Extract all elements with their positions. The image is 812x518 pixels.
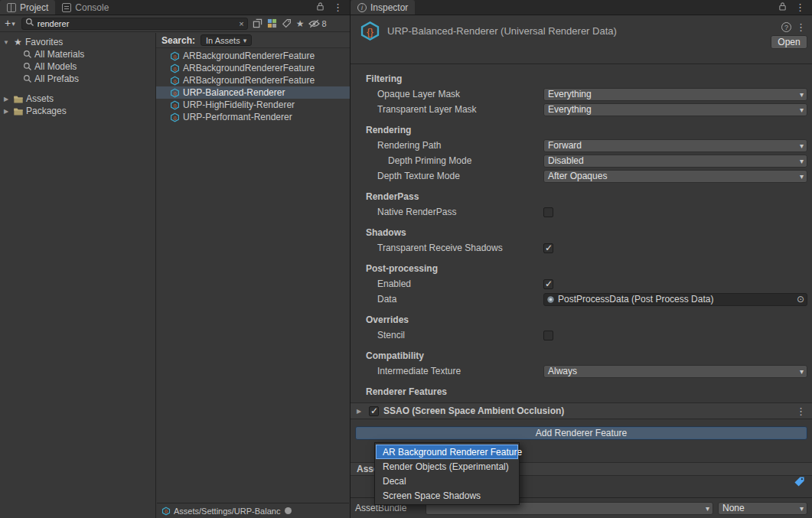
window-menu-icon[interactable]: [795, 2, 805, 12]
create-asset-button[interactable]: [3, 18, 17, 29]
tree-item-all-models[interactable]: All Models: [0, 60, 155, 73]
tree-item-all-prefabs[interactable]: All Prefabs: [0, 73, 155, 85]
foldout-open-icon[interactable]: [2, 39, 11, 46]
depth-texture-mode-dropdown[interactable]: After Opaques: [543, 170, 807, 183]
result-item-label: URP-HighFidelity-Renderer: [183, 99, 295, 110]
search-results-panel: Search: In Assets {} ARBackgroundRendere…: [156, 33, 350, 518]
assetbundle-variant-dropdown[interactable]: None: [718, 502, 807, 515]
lock-icon[interactable]: [316, 2, 324, 13]
help-icon[interactable]: [781, 22, 791, 32]
result-item[interactable]: {} ARBackgroundRendererFeature: [156, 74, 350, 86]
field-label: Transparent Layer Mask: [377, 104, 543, 115]
result-item-selected[interactable]: {} URP-Balanced-Renderer: [156, 86, 350, 99]
lock-icon[interactable]: [778, 2, 787, 13]
renderer-data-asset-icon: {}: [170, 100, 180, 110]
search-scope-value: In Assets: [206, 36, 240, 45]
tree-item-label: All Materials: [34, 49, 84, 60]
post-process-data-object-field[interactable]: PostProcessData (Post Process Data): [543, 293, 807, 306]
tab-project-label: Project: [20, 2, 48, 13]
window-menu-icon[interactable]: [333, 2, 343, 12]
menu-item-render-objects-experimental[interactable]: Render Objects (Experimental): [376, 459, 518, 474]
section-filtering: Filtering Opaque Layer Mask Everything T…: [351, 72, 812, 117]
stencil-checkbox[interactable]: [543, 331, 553, 340]
tab-console[interactable]: Console: [55, 0, 116, 15]
result-item[interactable]: {} URP-Performant-Renderer: [156, 111, 350, 123]
asset-labels-row: [794, 476, 805, 490]
thumbnail-size-slider[interactable]: [285, 507, 292, 514]
project-body: Favorites All Materials All Models All P…: [0, 33, 350, 518]
tree-item-label: All Models: [34, 61, 77, 72]
ssao-enabled-checkbox[interactable]: [369, 406, 379, 416]
transparent-layer-mask-dropdown[interactable]: Everything: [543, 103, 807, 116]
field-transparent-receive-shadows: Transparent Receive Shadows: [351, 240, 812, 256]
svg-text:{}: {}: [367, 27, 373, 37]
ssao-options-icon[interactable]: [796, 406, 806, 416]
field-label: Transparent Receive Shadows: [377, 243, 543, 253]
depth-priming-mode-dropdown[interactable]: Disabled: [543, 155, 807, 168]
inspector-tabbar: Inspector: [351, 0, 812, 15]
project-search-field[interactable]: renderer: [21, 18, 248, 30]
project-folder-tree: Favorites All Materials All Models All P…: [0, 33, 156, 518]
field-label: Depth Texture Mode: [377, 171, 543, 181]
native-renderpass-checkbox[interactable]: [543, 207, 553, 217]
dropdown-value: Everything: [548, 89, 592, 99]
inspector-tabbar-actions: [778, 0, 812, 15]
field-post-processing-data: Data PostProcessData (Post Process Data): [351, 292, 812, 307]
project-tab-icon: [7, 3, 16, 12]
search-input[interactable]: renderer: [38, 18, 236, 29]
section-renderpass: RenderPass Native RenderPass: [351, 190, 812, 220]
tab-project[interactable]: Project: [0, 0, 55, 15]
renderer-feature-ssao[interactable]: SSAO (Screen Space Ambient Occlusion): [351, 402, 812, 419]
renderer-data-asset-icon: {}: [170, 112, 180, 122]
saved-searches-icon[interactable]: [296, 18, 305, 29]
transparent-receive-shadows-checkbox[interactable]: [543, 243, 553, 253]
result-item-label: URP-Balanced-Renderer: [183, 87, 285, 98]
result-item-label: ARBackgroundRendererFeature: [183, 63, 315, 73]
tab-inspector[interactable]: Inspector: [351, 0, 415, 15]
section-header: Post-processing: [351, 262, 812, 276]
inspector-content: Filtering Opaque Layer Mask Everything T…: [351, 66, 812, 446]
search-by-label-icon[interactable]: [282, 18, 292, 28]
clear-search-icon[interactable]: [239, 19, 243, 28]
unity-editor-window: Project Console rendere: [0, 0, 812, 518]
label-tag-icon[interactable]: [794, 476, 805, 487]
object-picker-icon[interactable]: [797, 294, 804, 305]
section-header: Overrides: [351, 313, 812, 327]
tree-item-assets[interactable]: Assets: [0, 93, 155, 105]
foldout-collapsed-icon[interactable]: [357, 408, 364, 415]
rendering-path-dropdown[interactable]: Forward: [543, 139, 807, 152]
ssao-title: SSAO (Screen Space Ambient Occlusion): [383, 406, 564, 416]
menu-item-label: Render Objects (Experimental): [383, 461, 509, 472]
renderer-feature-menu: AR Background Renderer Feature Render Ob…: [374, 442, 520, 505]
foldout-collapsed-icon[interactable]: [2, 96, 11, 103]
result-item[interactable]: {} ARBackgroundRendererFeature: [156, 62, 350, 74]
search-results-list: {} ARBackgroundRendererFeature {} ARBack…: [156, 48, 350, 123]
plus-icon: [5, 18, 11, 29]
tree-item-favorites[interactable]: Favorites: [0, 36, 155, 48]
foldout-collapsed-icon[interactable]: [2, 108, 11, 115]
menu-item-screen-space-shadows[interactable]: Screen Space Shadows: [376, 488, 518, 503]
favorites-star-icon: [13, 37, 23, 47]
search-results-header: Search: In Assets: [156, 33, 350, 48]
search-by-type-icon[interactable]: [267, 18, 277, 28]
open-button[interactable]: Open: [771, 35, 807, 49]
result-item[interactable]: {} ARBackgroundRendererFeature: [156, 50, 350, 62]
tree-item-packages[interactable]: Packages: [0, 105, 155, 117]
tree-item-all-materials[interactable]: All Materials: [0, 48, 155, 60]
field-label: Stencil: [377, 330, 543, 340]
search-scope-dropdown[interactable]: In Assets: [201, 34, 252, 46]
menu-item-decal[interactable]: Decal: [376, 474, 518, 488]
inspector-title: URP-Balanced-Renderer (Universal Rendere…: [387, 25, 617, 37]
opaque-layer-mask-dropdown[interactable]: Everything: [543, 88, 807, 101]
hidden-count-toggle[interactable]: 8: [308, 19, 326, 28]
dropdown-value: Disabled: [548, 155, 584, 166]
inspector-options-icon[interactable]: [796, 22, 806, 32]
result-item[interactable]: {} URP-HighFidelity-Renderer: [156, 99, 350, 111]
renderer-data-asset-icon: {}: [161, 507, 171, 516]
folder-icon: [13, 106, 24, 116]
add-renderer-feature-button[interactable]: Add Renderer Feature: [355, 426, 807, 440]
intermediate-texture-dropdown[interactable]: Always: [543, 365, 807, 378]
menu-item-ar-background-renderer-feature[interactable]: AR Background Renderer Feature: [376, 445, 518, 459]
open-search-in-new-window-icon[interactable]: [253, 18, 263, 28]
post-processing-enabled-checkbox[interactable]: [543, 279, 553, 289]
